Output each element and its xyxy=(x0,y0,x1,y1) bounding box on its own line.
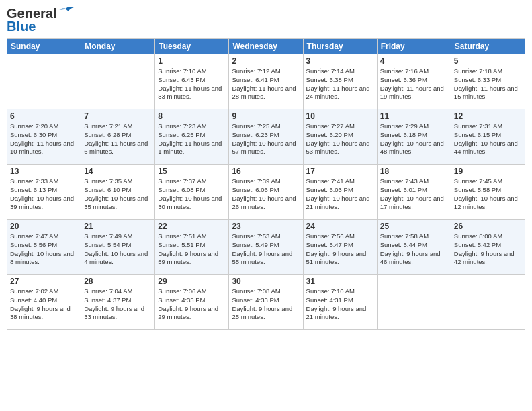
logo-text: General xyxy=(7,7,56,20)
day-info: Sunrise: 7:14 AMSunset: 6:38 PMDaylight:… xyxy=(306,67,374,101)
weekday-header-friday: Friday xyxy=(377,39,451,54)
day-info: Sunrise: 7:56 AMSunset: 5:47 PMDaylight:… xyxy=(306,232,374,267)
day-number: 17 xyxy=(306,167,374,176)
day-number: 11 xyxy=(380,111,448,121)
day-number: 18 xyxy=(380,167,448,176)
day-number: 31 xyxy=(306,277,374,286)
week-row-5: 27Sunrise: 7:02 AMSunset: 4:40 PMDayligh… xyxy=(7,275,525,330)
day-number: 30 xyxy=(232,277,300,286)
weekday-header-monday: Monday xyxy=(81,39,155,54)
calendar-cell: 28Sunrise: 7:04 AMSunset: 4:37 PMDayligh… xyxy=(81,275,155,330)
day-number: 23 xyxy=(232,222,300,231)
weekday-header-thursday: Thursday xyxy=(303,39,377,54)
day-number: 13 xyxy=(10,167,78,176)
calendar-cell: 4Sunrise: 7:16 AMSunset: 6:36 PMDaylight… xyxy=(377,54,451,109)
calendar-cell: 23Sunrise: 7:53 AMSunset: 5:49 PMDayligh… xyxy=(229,220,303,275)
day-number: 21 xyxy=(84,222,152,231)
day-info: Sunrise: 7:58 AMSunset: 5:44 PMDaylight:… xyxy=(380,232,448,267)
day-number: 7 xyxy=(84,111,152,121)
logo: General Blue xyxy=(7,7,74,34)
day-info: Sunrise: 7:51 AMSunset: 5:51 PMDaylight:… xyxy=(158,232,226,267)
calendar-cell xyxy=(451,275,525,330)
weekday-header-sunday: Sunday xyxy=(7,39,81,54)
page: General Blue SundayMondayTuesdayWednesda… xyxy=(0,0,532,411)
calendar-cell: 25Sunrise: 7:58 AMSunset: 5:44 PMDayligh… xyxy=(377,220,451,275)
day-info: Sunrise: 7:20 AMSunset: 6:30 PMDaylight:… xyxy=(10,122,78,156)
calendar-cell: 17Sunrise: 7:41 AMSunset: 6:03 PMDayligh… xyxy=(303,165,377,220)
day-number: 9 xyxy=(232,111,300,121)
day-info: Sunrise: 7:29 AMSunset: 6:18 PMDaylight:… xyxy=(380,122,448,156)
calendar-cell: 29Sunrise: 7:06 AMSunset: 4:35 PMDayligh… xyxy=(155,275,229,330)
day-number: 19 xyxy=(454,167,522,176)
calendar-cell: 27Sunrise: 7:02 AMSunset: 4:40 PMDayligh… xyxy=(7,275,81,330)
day-number: 24 xyxy=(306,222,374,231)
weekday-header-wednesday: Wednesday xyxy=(229,39,303,54)
day-info: Sunrise: 7:47 AMSunset: 5:56 PMDaylight:… xyxy=(10,232,78,267)
day-info: Sunrise: 7:18 AMSunset: 6:33 PMDaylight:… xyxy=(454,67,522,101)
day-info: Sunrise: 7:39 AMSunset: 6:06 PMDaylight:… xyxy=(232,177,300,212)
day-info: Sunrise: 7:10 AMSunset: 6:43 PMDaylight:… xyxy=(158,67,226,101)
day-info: Sunrise: 7:08 AMSunset: 4:33 PMDaylight:… xyxy=(232,287,300,322)
calendar-cell xyxy=(7,54,81,109)
week-row-3: 13Sunrise: 7:33 AMSunset: 6:13 PMDayligh… xyxy=(7,165,525,220)
calendar-cell: 20Sunrise: 7:47 AMSunset: 5:56 PMDayligh… xyxy=(7,220,81,275)
calendar-table: SundayMondayTuesdayWednesdayThursdayFrid… xyxy=(7,38,525,330)
day-number: 16 xyxy=(232,167,300,176)
day-info: Sunrise: 7:35 AMSunset: 6:10 PMDaylight:… xyxy=(84,177,152,212)
calendar-cell xyxy=(81,54,155,109)
day-number: 22 xyxy=(158,222,226,231)
day-number: 28 xyxy=(84,277,152,286)
calendar-cell: 15Sunrise: 7:37 AMSunset: 6:08 PMDayligh… xyxy=(155,165,229,220)
day-number: 26 xyxy=(454,222,522,231)
day-number: 6 xyxy=(10,111,78,121)
day-number: 10 xyxy=(306,111,374,121)
day-number: 12 xyxy=(454,111,522,121)
calendar-cell: 6Sunrise: 7:20 AMSunset: 6:30 PMDaylight… xyxy=(7,109,81,165)
day-info: Sunrise: 7:16 AMSunset: 6:36 PMDaylight:… xyxy=(380,67,448,101)
calendar-cell: 21Sunrise: 7:49 AMSunset: 5:54 PMDayligh… xyxy=(81,220,155,275)
day-info: Sunrise: 7:04 AMSunset: 4:37 PMDaylight:… xyxy=(84,287,152,322)
header: General Blue xyxy=(7,7,525,34)
day-info: Sunrise: 7:25 AMSunset: 6:23 PMDaylight:… xyxy=(232,122,300,156)
calendar-cell: 12Sunrise: 7:31 AMSunset: 6:15 PMDayligh… xyxy=(451,109,525,165)
day-number: 4 xyxy=(380,56,448,66)
day-number: 27 xyxy=(10,277,78,286)
day-info: Sunrise: 7:43 AMSunset: 6:01 PMDaylight:… xyxy=(380,177,448,212)
day-number: 5 xyxy=(454,56,522,66)
day-number: 14 xyxy=(84,167,152,176)
calendar-cell: 31Sunrise: 7:10 AMSunset: 4:31 PMDayligh… xyxy=(303,275,377,330)
calendar-cell: 9Sunrise: 7:25 AMSunset: 6:23 PMDaylight… xyxy=(229,109,303,165)
calendar-cell: 13Sunrise: 7:33 AMSunset: 6:13 PMDayligh… xyxy=(7,165,81,220)
weekday-header-saturday: Saturday xyxy=(451,39,525,54)
calendar-cell: 1Sunrise: 7:10 AMSunset: 6:43 PMDaylight… xyxy=(155,54,229,109)
logo-bird-icon xyxy=(59,6,74,18)
calendar-cell: 16Sunrise: 7:39 AMSunset: 6:06 PMDayligh… xyxy=(229,165,303,220)
weekday-header-tuesday: Tuesday xyxy=(155,39,229,54)
calendar-cell: 11Sunrise: 7:29 AMSunset: 6:18 PMDayligh… xyxy=(377,109,451,165)
weekday-header-row: SundayMondayTuesdayWednesdayThursdayFrid… xyxy=(7,39,525,54)
calendar-cell: 8Sunrise: 7:23 AMSunset: 6:25 PMDaylight… xyxy=(155,109,229,165)
calendar-cell: 14Sunrise: 7:35 AMSunset: 6:10 PMDayligh… xyxy=(81,165,155,220)
calendar-cell: 24Sunrise: 7:56 AMSunset: 5:47 PMDayligh… xyxy=(303,220,377,275)
calendar-cell: 5Sunrise: 7:18 AMSunset: 6:33 PMDaylight… xyxy=(451,54,525,109)
calendar-cell: 2Sunrise: 7:12 AMSunset: 6:41 PMDaylight… xyxy=(229,54,303,109)
day-info: Sunrise: 7:37 AMSunset: 6:08 PMDaylight:… xyxy=(158,177,226,212)
calendar-cell: 22Sunrise: 7:51 AMSunset: 5:51 PMDayligh… xyxy=(155,220,229,275)
day-number: 29 xyxy=(158,277,226,286)
day-number: 20 xyxy=(10,222,78,231)
day-number: 2 xyxy=(232,56,300,66)
day-number: 25 xyxy=(380,222,448,231)
week-row-2: 6Sunrise: 7:20 AMSunset: 6:30 PMDaylight… xyxy=(7,109,525,165)
calendar-cell: 7Sunrise: 7:21 AMSunset: 6:28 PMDaylight… xyxy=(81,109,155,165)
logo-blue-text: Blue xyxy=(7,19,36,34)
calendar-cell: 10Sunrise: 7:27 AMSunset: 6:20 PMDayligh… xyxy=(303,109,377,165)
day-number: 1 xyxy=(158,56,226,66)
day-info: Sunrise: 7:02 AMSunset: 4:40 PMDaylight:… xyxy=(10,287,78,322)
day-info: Sunrise: 7:33 AMSunset: 6:13 PMDaylight:… xyxy=(10,177,78,212)
calendar-cell xyxy=(377,275,451,330)
day-info: Sunrise: 8:00 AMSunset: 5:42 PMDaylight:… xyxy=(454,232,522,267)
day-number: 3 xyxy=(306,56,374,66)
week-row-1: 1Sunrise: 7:10 AMSunset: 6:43 PMDaylight… xyxy=(7,54,525,109)
day-info: Sunrise: 7:41 AMSunset: 6:03 PMDaylight:… xyxy=(306,177,374,212)
day-info: Sunrise: 7:21 AMSunset: 6:28 PMDaylight:… xyxy=(84,122,152,156)
